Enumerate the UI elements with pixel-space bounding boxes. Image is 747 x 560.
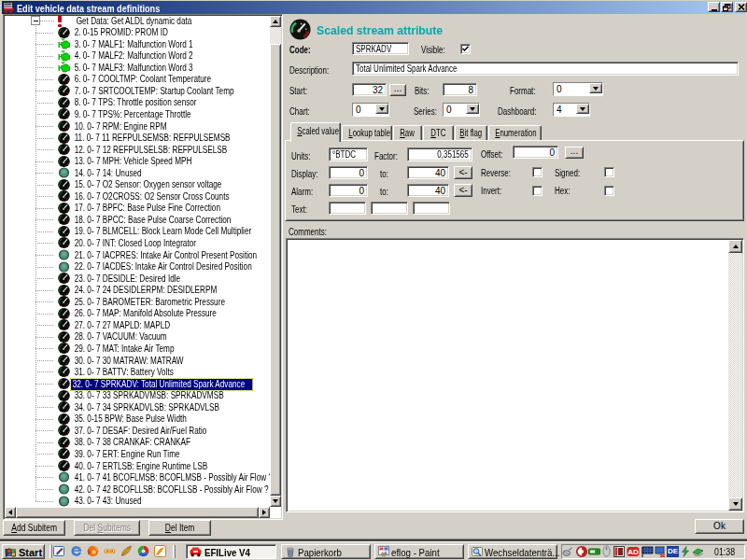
svg-text:AD: AD <box>627 548 639 556</box>
